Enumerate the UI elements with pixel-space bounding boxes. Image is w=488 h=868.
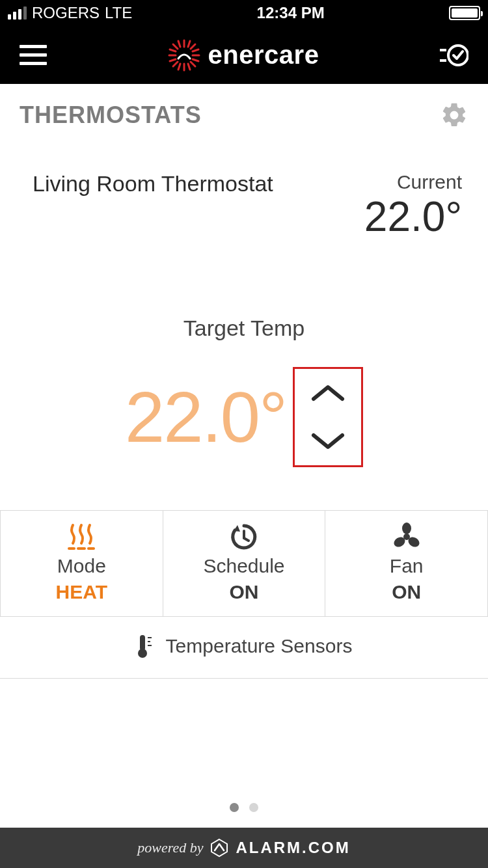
carrier-label: ROGERS xyxy=(32,4,100,22)
sensors-label: Temperature Sensors xyxy=(166,635,353,657)
svg-line-9 xyxy=(188,41,190,47)
page-dot-2[interactable] xyxy=(249,803,258,812)
chevron-down-icon xyxy=(310,431,346,451)
controls-row: Mode HEAT Schedule ON Fan ON xyxy=(0,510,488,617)
page-dot-1[interactable] xyxy=(230,803,239,812)
brand-text: enercare xyxy=(208,40,319,70)
menu-button[interactable] xyxy=(20,45,47,65)
svg-point-26 xyxy=(138,649,147,658)
target-temp-value: 22.0° xyxy=(125,381,286,453)
page-indicator[interactable] xyxy=(0,803,488,812)
chevron-up-icon xyxy=(310,383,346,403)
temp-down-button[interactable] xyxy=(295,417,361,465)
network-label: LTE xyxy=(105,4,132,22)
schedule-value: ON xyxy=(230,581,259,603)
schedule-card[interactable]: Schedule ON xyxy=(163,511,326,617)
fan-card[interactable]: Fan ON xyxy=(325,511,488,617)
current-temp-value: 22.0° xyxy=(364,196,462,237)
alarm-logo-icon xyxy=(210,838,229,858)
section-title: THERMOSTATS xyxy=(20,102,202,129)
footer-brand: ALARM.COM xyxy=(236,839,350,857)
svg-line-14 xyxy=(193,49,198,51)
schedule-icon xyxy=(229,522,259,551)
svg-line-12 xyxy=(170,49,176,51)
brand-logo: enercare xyxy=(167,38,319,73)
svg-marker-30 xyxy=(211,839,227,856)
gear-icon xyxy=(440,101,468,129)
status-right xyxy=(449,6,480,20)
temp-up-button[interactable] xyxy=(295,369,361,417)
target-temp-row: 22.0° xyxy=(0,367,488,467)
status-bar: ROGERS LTE 12:34 PM xyxy=(0,0,488,26)
heat-icon xyxy=(65,522,98,551)
device-row: Living Room Thermostat Current 22.0° xyxy=(0,145,488,237)
svg-line-10 xyxy=(178,64,180,70)
battery-icon xyxy=(449,6,480,20)
target-temp-label: Target Temp xyxy=(0,316,488,341)
signal-icon xyxy=(8,7,27,20)
status-time: 12:34 PM xyxy=(257,4,325,22)
current-label: Current xyxy=(364,171,462,193)
svg-line-4 xyxy=(173,44,178,49)
svg-line-8 xyxy=(178,41,180,47)
temperature-sensors-button[interactable]: Temperature Sensors xyxy=(0,617,488,679)
footer: powered by ALARM.COM xyxy=(0,828,488,868)
mode-title: Mode xyxy=(57,555,106,577)
svg-point-22 xyxy=(402,522,411,534)
svg-line-15 xyxy=(193,59,198,61)
app-header: enercare xyxy=(0,26,488,84)
status-check-button[interactable] xyxy=(439,42,468,68)
svg-line-5 xyxy=(191,62,195,66)
footer-powered-by: powered by xyxy=(137,839,203,856)
mode-value: HEAT xyxy=(56,581,107,603)
fan-title: Fan xyxy=(390,555,424,577)
svg-line-11 xyxy=(188,64,190,70)
section-header: THERMOSTATS xyxy=(0,84,488,145)
schedule-title: Schedule xyxy=(203,555,284,577)
svg-line-7 xyxy=(173,62,178,66)
svg-rect-25 xyxy=(140,635,145,651)
settings-button[interactable] xyxy=(440,101,468,129)
current-temp-block: Current 22.0° xyxy=(364,171,462,237)
svg-line-20 xyxy=(244,538,249,541)
svg-line-13 xyxy=(170,59,176,61)
status-left: ROGERS LTE xyxy=(8,4,132,22)
fan-value: ON xyxy=(392,581,421,603)
device-name: Living Room Thermostat xyxy=(33,171,273,197)
brand-sunburst-icon xyxy=(167,38,202,73)
fan-icon xyxy=(392,522,422,551)
mode-card[interactable]: Mode HEAT xyxy=(0,511,163,617)
thermometer-icon xyxy=(136,634,153,658)
svg-line-6 xyxy=(191,44,195,49)
temp-stepper-group xyxy=(293,367,363,467)
